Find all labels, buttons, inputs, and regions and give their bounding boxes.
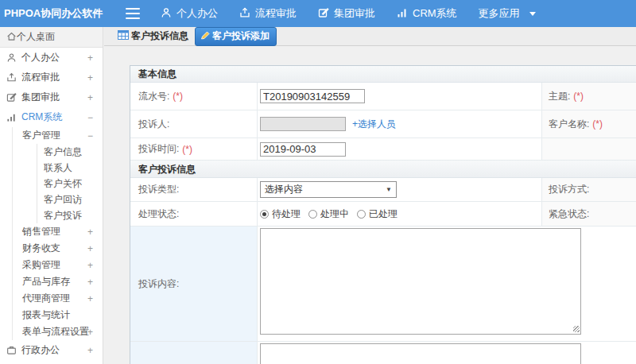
radio-processed[interactable] — [357, 210, 366, 219]
sidebar-item-label: 销售管理 — [22, 225, 60, 238]
sidebar-item-label: 流程审批 — [21, 71, 60, 84]
sidebar-item-label: 集团审批 — [21, 91, 60, 104]
sidebar-item-label: 客户投诉 — [44, 209, 82, 223]
expand-sign: + — [87, 345, 93, 356]
required-mark: (*) — [182, 144, 192, 155]
nav-label: 更多应用 — [479, 6, 520, 21]
choose-person-link[interactable]: +选择人员 — [352, 118, 396, 131]
customer-name-label-cell: 客户名称: (*) — [542, 110, 636, 137]
sidebar-item-contacts[interactable]: 联系人 — [37, 160, 103, 176]
briefcase-icon — [6, 345, 19, 355]
sidebar-item-admin-office[interactable]: 行政办公 + — [0, 340, 103, 360]
section-header-basic: 基本信息 — [130, 66, 636, 83]
sidebar-item-reports-statistics[interactable]: 报表与统计 — [13, 307, 103, 323]
sidebar-item-customer-info[interactable]: 客户信息 — [37, 144, 103, 160]
tab-bar: 客户投诉信息 客户投诉添加 — [104, 27, 636, 46]
date-input-cell — [258, 138, 542, 160]
sidebar-item-customer-complaint[interactable]: 客户投诉 — [37, 207, 103, 223]
flow-icon — [239, 7, 255, 21]
expand-sign: + — [87, 52, 93, 64]
sidebar-item-purchasing[interactable]: 采购管理 + — [13, 257, 103, 273]
user-icon — [6, 52, 19, 63]
sidebar-item-personal-office[interactable]: 个人办公 + — [0, 48, 103, 68]
collapse-sign: − — [87, 112, 93, 123]
field-label: 投诉时间: — [138, 142, 179, 156]
content-textarea-cell — [258, 227, 636, 341]
sidebar-item-group-approval[interactable]: 集团审批 + — [0, 87, 103, 107]
radio-pending[interactable] — [260, 210, 269, 219]
form-row-complainant: 投诉人: +选择人员 客户名称: (*) — [130, 110, 636, 138]
subject-label-cell: 主题: (*) — [542, 83, 636, 110]
field-label: 紧急状态: — [549, 207, 589, 221]
edit-icon — [318, 7, 334, 21]
select-caret-icon: ▼ — [386, 186, 392, 193]
expand-sign: + — [87, 260, 93, 271]
extra-label-cell — [130, 342, 258, 364]
sidebar-item-label: 采购管理 — [22, 258, 60, 272]
top-nav: 个人办公 流程审批 集团审批 CRM系统 更多应用 — [161, 6, 557, 21]
complaint-type-select[interactable]: 选择内容 ▼ — [260, 181, 397, 198]
sidebar-item-label: 财务收支 — [22, 242, 60, 255]
expand-sign: + — [87, 227, 93, 238]
complainant-input[interactable] — [260, 117, 346, 131]
nav-workflow-approval[interactable]: 流程审批 — [239, 6, 297, 21]
sidebar-item-workflow-approval[interactable]: 流程审批 + — [0, 68, 103, 87]
radio-label: 处理中 — [320, 207, 349, 221]
complaint-content-textarea[interactable] — [260, 228, 581, 335]
hamburger-menu-icon[interactable] — [126, 8, 140, 19]
form-row-date: 投诉时间: (*) — [130, 138, 636, 161]
sidebar-item-customer-management[interactable]: 客户管理 − — [13, 127, 103, 144]
required-mark: (*) — [573, 91, 584, 102]
sidebar-item-products-inventory[interactable]: 产品与库存 + — [13, 273, 103, 290]
extra-textarea[interactable] — [260, 343, 581, 364]
sidebar-item-label: CRM系统 — [21, 110, 62, 124]
table-icon — [118, 30, 131, 42]
sidebar-item-finance[interactable]: 财务收支 + — [13, 240, 103, 257]
sidebar-item-sales-management[interactable]: 销售管理 + — [13, 223, 103, 240]
tab-complaint-add[interactable]: 客户投诉添加 — [195, 27, 277, 46]
extra-textarea-cell — [258, 342, 636, 364]
form-row-type: 投诉类型: 选择内容 ▼ 投诉方式: — [130, 178, 636, 202]
nav-label: CRM系统 — [413, 6, 457, 21]
nav-crm-system[interactable]: CRM系统 — [397, 6, 457, 21]
flow-icon — [6, 72, 19, 83]
radio-processing[interactable] — [308, 210, 317, 219]
field-label: 投诉人: — [138, 118, 169, 131]
sidebar-item-label: 个人桌面 — [17, 30, 55, 44]
complainant-label-cell: 投诉人: — [130, 110, 258, 137]
nav-label: 集团审批 — [334, 6, 375, 21]
crm-submenu: 客户管理 − 客户信息 联系人 客户关怀 客户回访 客户投诉 销售管理 + 财务… — [12, 127, 103, 340]
customer-management-submenu: 客户信息 联系人 客户关怀 客户回访 客户投诉 — [37, 144, 103, 223]
tab-complaint-list[interactable]: 客户投诉信息 — [118, 29, 188, 43]
sidebar-item-customer-callback[interactable]: 客户回访 — [37, 192, 103, 207]
expand-sign: + — [87, 243, 93, 254]
sidebar-item-customer-care[interactable]: 客户关怀 — [37, 176, 103, 192]
field-label: 处理状态: — [138, 207, 179, 221]
expand-sign: + — [87, 92, 93, 103]
nav-personal-office[interactable]: 个人办公 — [161, 6, 218, 21]
status-radio-cell: 待处理 处理中 已处理 — [258, 202, 542, 226]
section-header-complaint: 客户投诉信息 — [130, 161, 636, 178]
serial-number-input[interactable] — [260, 89, 365, 103]
sidebar-item-agent-management[interactable]: 代理商管理 + — [13, 290, 103, 307]
sidebar-item-label: 个人办公 — [21, 51, 60, 64]
sidebar-item-desktop[interactable]: 个人桌面 — [0, 27, 103, 48]
content-label-cell: 投诉内容: — [130, 227, 258, 341]
field-label: 投诉类型: — [138, 183, 179, 196]
expand-sign: + — [87, 293, 93, 304]
expand-sign: + — [87, 327, 93, 338]
sidebar-item-crm-system[interactable]: CRM系统 − — [0, 107, 103, 127]
sidebar-item-label: 表单与流程设置 — [22, 325, 89, 339]
nav-group-approval[interactable]: 集团审批 — [318, 6, 375, 21]
nav-more-apps[interactable]: 更多应用 — [479, 6, 536, 21]
field-label: 投诉内容: — [138, 277, 179, 291]
field-label: 投诉方式: — [549, 183, 589, 196]
sidebar-item-label: 代理商管理 — [22, 292, 70, 305]
chart-icon — [397, 7, 413, 21]
sidebar-item-form-flow-settings[interactable]: 表单与流程设置 + — [13, 323, 103, 340]
serial-label-cell: 流水号: (*) — [130, 83, 258, 110]
empty-cell — [542, 138, 636, 160]
sidebar: 个人桌面 个人办公 + 流程审批 + 集团审批 + CRM系统 − 客户管理 − — [0, 27, 103, 364]
radio-label: 待处理 — [272, 207, 301, 221]
complaint-date-input[interactable] — [260, 142, 346, 157]
